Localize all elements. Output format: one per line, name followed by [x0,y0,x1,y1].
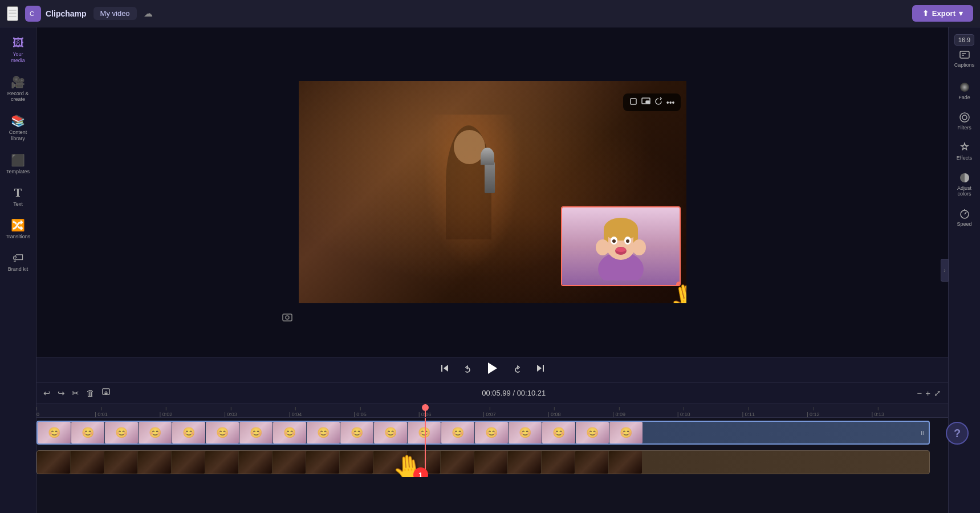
track-row-1[interactable]: ⏸ 😊 😊 😊 😊 😊 😊 😊 😊 [36,418,948,447]
zoom-out-button[interactable]: − [917,388,922,398]
crop-tool-button[interactable] [629,97,638,108]
fit-timeline-button[interactable]: ⤢ [934,388,941,398]
thumb-1-17: 😊 [576,422,609,443]
fast-forward-button[interactable] [512,363,523,377]
video-title[interactable]: My video [93,7,137,20]
ruler-mark-7: | 0:07 [483,412,496,417]
effects-label: Effects [957,155,972,161]
video-canvas[interactable]: ••• [299,81,686,303]
thumb-2-6 [205,451,238,474]
export-button[interactable]: ⬆ Export ▾ [912,5,973,22]
thumb-2-5 [172,451,205,474]
right-tool-filters[interactable]: Filters [950,107,979,135]
right-tool-adjust-colors[interactable]: Adjustcolors [950,168,979,201]
timeline-toolbar: ↩ ↪ ✂ 🗑 00:05.99 / 00:10.21 − + ⤢ [36,382,948,404]
thumb-2-4 [138,451,171,474]
track-clip-1[interactable]: ⏸ 😊 😊 😊 😊 😊 😊 😊 😊 [36,421,930,445]
center-area: ••• [36,27,948,513]
pip-tool-button[interactable] [641,97,650,108]
right-sidebar-top: 16:9 Captions [949,32,980,70]
undo-button[interactable]: ↩ [43,388,51,398]
transitions-icon: 🔀 [11,218,25,232]
thumb-1-18: 😊 [609,422,643,443]
svg-point-8 [604,218,638,241]
top-bar: ☰ C Clipchamp My video ☁ ⬆ Export ▾ [0,0,980,27]
play-button[interactable] [485,360,501,380]
sidebar-item-content-library[interactable]: 📚 Contentlibrary [2,109,34,146]
sidebar-item-label-brand: Brand kit [8,266,29,272]
playhead-ruler [425,404,426,417]
sidebar-item-label-content: Contentlibrary [9,129,27,142]
export-icon: ⬆ [922,9,929,18]
right-tool-speed[interactable]: Speed [950,203,979,231]
your-media-icon: 🖼 [13,36,24,50]
sidebar-item-templates[interactable]: ⬛ Templates [2,149,34,180]
cloud-icon: ☁ [144,8,153,19]
thumb-1-10: 😊 [340,422,373,443]
video-preview: ••• [36,27,948,357]
skip-forward-button[interactable] [535,363,546,377]
top-bar-right: ⬆ Export ▾ [912,5,973,22]
tracks-container: ⏸ 😊 😊 😊 😊 😊 😊 😊 😊 [36,418,948,477]
help-button[interactable]: ? [946,422,969,445]
app-name: Clipchamp [46,9,87,18]
delete-button[interactable]: 🗑 [86,388,95,398]
ruler-mark-11: | 0:11 [742,412,755,417]
thumb-2-17 [575,451,608,474]
sidebar-item-label-text: Text [13,201,23,207]
svg-point-28 [962,115,967,120]
aspect-ratio-button[interactable]: 16:9 [954,34,974,46]
thumb-1-2: 😊 [71,422,104,443]
thumb-1-6: 😊 [206,422,239,443]
time-display: 00:05.99 / 00:10.21 [482,389,546,397]
thumb-1-7: 😊 [239,422,273,443]
thumb-1-1: 😊 [38,422,71,443]
sidebar-item-transitions[interactable]: 🔀 Transitions [2,214,34,245]
right-tool-effects[interactable]: Effects [950,137,979,165]
redo-button[interactable]: ↪ [58,388,65,398]
ruler-mark-12: | 0:12 [807,412,819,417]
thumb-1-13: 😊 [441,422,474,443]
adjust-colors-label: Adjustcolors [957,185,971,197]
sidebar-item-label-your-media: Your media [6,51,31,64]
thumb-2-15 [508,451,541,474]
sidebar-item-your-media[interactable]: 🖼 Your media [2,32,34,68]
thumb-1-4: 😊 [139,422,172,443]
main-layout: 🖼 Your media 🎥 Record &create 📚 Contentl… [0,27,980,513]
right-tool-fade[interactable]: Fade [950,77,979,105]
pip-window[interactable] [561,206,681,286]
rotate-tool-button[interactable] [654,97,663,108]
text-icon: T [14,186,22,199]
svg-marker-21 [488,363,497,374]
skip-back-button[interactable] [439,363,450,377]
fade-label: Fade [958,95,970,100]
timeline-content: | 0 | 0:01 | 0:02 | 0:03 | 0:04 | 0:05 |… [36,404,948,513]
svg-point-14 [626,239,629,243]
playhead-head-ruler [422,404,429,411]
more-tools-button[interactable]: ••• [666,98,675,107]
hamburger-menu[interactable]: ☰ [7,6,18,21]
sidebar-item-brand-kit[interactable]: 🏷 Brand kit [2,247,34,277]
cut-button[interactable]: ✂ [72,388,79,398]
left-sidebar: 🖼 Your media 🎥 Record &create 📚 Contentl… [0,27,36,513]
ruler-mark-1: | 0:01 [95,412,107,417]
ruler-mark-9: | 0:09 [613,412,625,417]
sidebar-item-label-templates: Templates [6,169,30,175]
video-background: ••• [299,81,686,303]
sidebar-item-record-create[interactable]: 🎥 Record &create [2,71,34,108]
right-sidebar-collapse-button[interactable]: › [941,259,949,282]
sidebar-item-text[interactable]: T Text [2,182,34,212]
track-row-2[interactable]: 🤚 1 [36,447,948,477]
pip-resize-handle[interactable] [676,282,681,286]
pause-icon-end-1: ⏸ [920,430,925,436]
svg-rect-2 [631,99,636,104]
captions-tool[interactable]: Captions [954,49,975,68]
thumb-2-1 [37,451,70,474]
adjust-colors-icon [959,172,970,184]
import-media-button[interactable] [101,388,111,398]
screenshot-button[interactable] [282,312,293,325]
track-clip-2[interactable] [36,450,930,474]
zoom-in-button[interactable]: + [925,388,930,398]
ruler-mark-8: | 0:08 [548,412,560,417]
rewind-button[interactable] [462,363,473,377]
